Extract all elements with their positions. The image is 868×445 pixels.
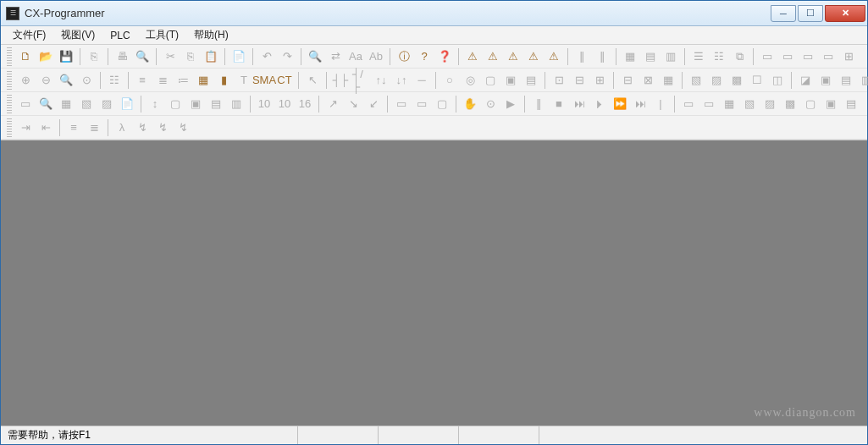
menu-plc[interactable]: PLC <box>103 28 136 43</box>
block2-icon[interactable]: ▣ <box>501 71 520 90</box>
open-folder-icon[interactable]: 📂 <box>36 47 55 66</box>
p8-icon[interactable]: ▣ <box>821 95 840 113</box>
maximize-button[interactable]: ☐ <box>798 5 823 22</box>
grid1-icon[interactable]: ▦ <box>621 47 639 66</box>
box1-icon[interactable]: ⊡ <box>550 71 568 90</box>
p4-icon[interactable]: ▧ <box>740 95 759 113</box>
block1-icon[interactable]: ▢ <box>481 71 500 90</box>
pause1-icon[interactable]: ‖ <box>572 47 591 66</box>
list1-icon[interactable]: ≡ <box>133 71 152 90</box>
paste-icon[interactable]: 📋 <box>202 47 220 66</box>
f2-icon[interactable]: ↯ <box>133 118 152 137</box>
warn2-icon[interactable]: ⚠ <box>484 47 502 66</box>
list3-icon[interactable]: ≔ <box>174 71 192 90</box>
a2-icon[interactable]: ↘ <box>344 95 362 113</box>
w4-icon[interactable]: ▩ <box>727 71 746 90</box>
print-preview-icon[interactable]: 🔍 <box>133 47 152 66</box>
d10-icon[interactable]: 10 <box>255 95 274 113</box>
d16-icon[interactable]: 16 <box>296 95 314 113</box>
list2-icon[interactable]: ≣ <box>153 71 172 90</box>
p1-icon[interactable]: ▭ <box>679 95 698 113</box>
m1-icon[interactable]: ▭ <box>16 95 35 113</box>
p7-icon[interactable]: ▢ <box>801 95 820 113</box>
replace-icon[interactable]: ⇄ <box>326 47 345 66</box>
paste2-icon[interactable]: 📄 <box>229 47 248 66</box>
net1-icon[interactable]: ☰ <box>689 47 708 66</box>
net3-icon[interactable]: ⧉ <box>730 47 749 66</box>
cut-icon[interactable]: ✂ <box>161 47 180 66</box>
stop-icon[interactable]: ■ <box>550 95 568 113</box>
save2-icon[interactable]: ⎘ <box>85 47 103 66</box>
g3-icon[interactable]: ⊠ <box>639 71 657 90</box>
info-icon[interactable]: ⓘ <box>395 47 413 66</box>
t2-icon[interactable]: ▢ <box>166 95 185 113</box>
zoom2-icon[interactable]: ⊖ <box>36 71 55 90</box>
menu-view[interactable]: 视图(V) <box>54 26 102 44</box>
tab4-icon[interactable]: ▭ <box>819 47 838 66</box>
h1-icon[interactable]: ✋ <box>461 95 479 113</box>
context-help-icon[interactable]: ❓ <box>435 47 454 66</box>
g2-icon[interactable]: ⊟ <box>618 71 637 90</box>
print-icon[interactable]: 🖶 <box>113 47 131 66</box>
view2-icon[interactable]: ◪ <box>796 71 815 90</box>
bar-icon[interactable]: ▮ <box>214 71 233 90</box>
m4-icon[interactable]: ▧ <box>77 95 96 113</box>
indent-icon[interactable]: ⇥ <box>16 118 35 137</box>
ff2-icon[interactable]: ⏭ <box>631 95 650 113</box>
g1-icon[interactable]: ⊞ <box>590 71 609 90</box>
help-icon[interactable]: ? <box>415 47 434 66</box>
w5-icon[interactable]: ☐ <box>748 71 766 90</box>
a3-icon[interactable]: ↙ <box>364 95 383 113</box>
pause-icon[interactable]: ‖ <box>529 95 548 113</box>
box2-icon[interactable]: ⊟ <box>570 71 589 90</box>
tab1-icon[interactable]: ▭ <box>758 47 777 66</box>
m3-icon[interactable]: ▦ <box>57 95 75 113</box>
d10b-icon[interactable]: 10 <box>275 95 294 113</box>
new-file-icon[interactable]: 🗋 <box>16 47 35 66</box>
align1-icon[interactable]: ≡ <box>64 118 83 137</box>
redo-icon[interactable]: ↷ <box>278 47 296 66</box>
p2-icon[interactable]: ▭ <box>699 95 718 113</box>
f3-icon[interactable]: ↯ <box>153 118 172 137</box>
minimize-button[interactable]: ─ <box>771 5 796 22</box>
warn1-icon[interactable]: ⚠ <box>463 47 482 66</box>
cursor-icon[interactable]: ↖ <box>303 71 322 90</box>
grid-icon[interactable]: ▦ <box>194 71 213 90</box>
text-icon[interactable]: T <box>235 71 253 90</box>
tab5-icon[interactable]: ⊞ <box>839 47 858 66</box>
run-icon[interactable]: ▶ <box>501 95 520 113</box>
ff1-icon[interactable]: ⏩ <box>611 95 629 113</box>
align2-icon[interactable]: ≣ <box>85 118 103 137</box>
r1-icon[interactable]: ▭ <box>392 95 411 113</box>
find-icon[interactable]: 🔍 <box>306 47 324 66</box>
p5-icon[interactable]: ▨ <box>760 95 779 113</box>
t3-icon[interactable]: ▣ <box>186 95 205 113</box>
zoom1-icon[interactable]: ⊕ <box>16 71 35 90</box>
coil1-icon[interactable]: ○ <box>440 71 459 90</box>
menu-help[interactable]: 帮助(H) <box>187 26 235 44</box>
p3-icon[interactable]: ▦ <box>720 95 738 113</box>
warn3-icon[interactable]: ⚠ <box>504 47 522 66</box>
sma-icon[interactable]: SMA <box>255 71 274 90</box>
zoom4-icon[interactable]: ⊙ <box>77 71 96 90</box>
grid3-icon[interactable]: ▥ <box>661 47 680 66</box>
w1-icon[interactable]: ▦ <box>659 71 677 90</box>
view1-icon[interactable]: ◫ <box>768 71 787 90</box>
m6-icon[interactable]: 📄 <box>118 95 136 113</box>
save-icon[interactable]: 💾 <box>57 47 75 66</box>
menu-tool[interactable]: 工具(T) <box>139 26 185 44</box>
m5-icon[interactable]: ▨ <box>97 95 116 113</box>
warn5-icon[interactable]: ⚠ <box>545 47 563 66</box>
coil2-icon[interactable]: ◎ <box>461 71 479 90</box>
m2-icon[interactable]: 🔍 <box>36 95 55 113</box>
h2-icon[interactable]: ⊙ <box>481 95 500 113</box>
t1-icon[interactable]: ↕ <box>146 95 164 113</box>
copy-icon[interactable]: ⎘ <box>181 47 200 66</box>
warn4-icon[interactable]: ⚠ <box>524 47 543 66</box>
view4-icon[interactable]: ▤ <box>837 71 855 90</box>
w3-icon[interactable]: ▨ <box>707 71 726 90</box>
next-icon[interactable]: ⏵ <box>590 95 609 113</box>
outdent-icon[interactable]: ⇤ <box>36 118 55 137</box>
ct-icon[interactable]: CT <box>275 71 294 90</box>
pause2-icon[interactable]: ‖ <box>593 47 611 66</box>
